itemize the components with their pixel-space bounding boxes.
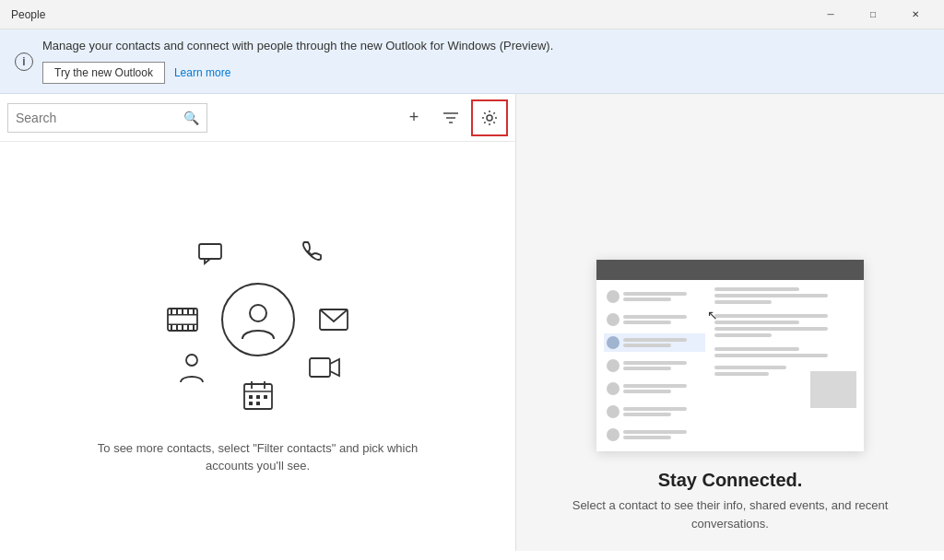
mockup-list-item [604, 287, 705, 306]
banner-message: Manage your contacts and connect with pe… [42, 39, 553, 52]
filter-contacts-button[interactable] [434, 101, 467, 134]
chat-icon [194, 237, 227, 270]
mockup-list-item [604, 402, 705, 421]
left-panel: 🔍 + [0, 94, 516, 551]
svg-rect-10 [182, 309, 183, 314]
svg-rect-17 [193, 325, 195, 331]
svg-rect-6 [168, 314, 197, 316]
svg-rect-15 [182, 325, 183, 331]
stay-connected-title: Stay Connected. [535, 470, 926, 491]
mockup-list-item [604, 356, 705, 375]
stay-connected-subtitle: Select a contact to see their info, shar… [535, 496, 926, 532]
search-box[interactable]: 🔍 [7, 103, 207, 133]
mockup-list-item [604, 310, 705, 329]
app-title: People [11, 8, 45, 21]
gear-icon [480, 109, 499, 127]
person-center-icon [235, 297, 281, 343]
mock-avatar [607, 428, 620, 441]
icons-diagram [157, 218, 360, 421]
svg-rect-26 [256, 395, 260, 399]
svg-rect-12 [193, 309, 195, 314]
mock-avatar [607, 336, 620, 349]
try-outlook-button[interactable]: Try the new Outlook [42, 62, 165, 84]
mock-avatar [607, 359, 620, 372]
svg-rect-27 [264, 395, 267, 399]
mockup-detail [711, 287, 856, 444]
mockup-list [604, 287, 705, 444]
mockup-list-item-selected [604, 333, 705, 352]
mock-cursor: ↖ [707, 308, 718, 322]
video-icon [308, 351, 341, 384]
svg-rect-20 [310, 358, 330, 377]
svg-rect-13 [171, 325, 172, 331]
email-icon [317, 303, 350, 336]
minimize-button[interactable]: ─ [809, 0, 852, 29]
settings-button-wrapper [471, 99, 508, 136]
add-contact-button[interactable]: + [397, 101, 431, 134]
mock-avatar [607, 290, 620, 303]
mockup-header-bar [596, 260, 864, 280]
mock-avatar [607, 313, 620, 326]
svg-rect-28 [249, 402, 253, 405]
titlebar: People ─ □ ✕ [0, 0, 944, 29]
main-layout: 🔍 + [0, 94, 944, 551]
svg-point-19 [186, 355, 197, 366]
svg-rect-16 [187, 325, 189, 331]
mockup-list-item [604, 426, 705, 444]
learn-more-link[interactable]: Learn more [174, 66, 230, 79]
banner-content: Manage your contacts and connect with pe… [42, 39, 553, 84]
right-panel-text: Stay Connected. Select a contact to see … [516, 470, 944, 532]
svg-rect-9 [176, 309, 178, 314]
svg-rect-29 [256, 402, 260, 405]
contact-icon [175, 351, 208, 384]
maximize-button[interactable]: □ [852, 0, 894, 29]
person-circle [221, 283, 295, 356]
info-banner: i Manage your contacts and connect with … [0, 29, 944, 94]
calendar-icon [242, 379, 275, 412]
svg-point-3 [487, 115, 492, 121]
settings-button[interactable] [473, 101, 506, 134]
filter-icon [442, 109, 460, 127]
banner-actions: Try the new Outlook Learn more [42, 62, 553, 84]
mock-thumbnail [810, 371, 856, 408]
film-icon [166, 303, 199, 336]
svg-rect-7 [168, 323, 197, 325]
search-icon: 🔍 [183, 111, 199, 125]
svg-rect-25 [249, 395, 253, 399]
search-input[interactable] [16, 111, 178, 125]
phone-icon [299, 237, 332, 270]
right-panel: ↖ Stay Connected. Select a contact to se… [516, 94, 944, 551]
info-icon: i [15, 52, 33, 71]
mockup-screenshot: ↖ [596, 260, 864, 451]
mock-avatar [607, 405, 620, 418]
mock-avatar [607, 382, 620, 395]
svg-point-30 [250, 305, 266, 321]
svg-rect-8 [171, 309, 172, 314]
mockup-list-item [604, 379, 705, 398]
empty-caption: To see more contacts, select "Filter con… [74, 439, 442, 475]
window-controls: ─ □ ✕ [809, 0, 937, 29]
contacts-toolbar: 🔍 + [0, 94, 515, 142]
svg-rect-14 [176, 325, 178, 331]
empty-state: To see more contacts, select "Filter con… [0, 142, 515, 551]
svg-rect-11 [187, 309, 189, 314]
svg-rect-4 [199, 244, 221, 259]
mockup-body: ↖ [596, 280, 864, 451]
close-button[interactable]: ✕ [894, 0, 937, 29]
